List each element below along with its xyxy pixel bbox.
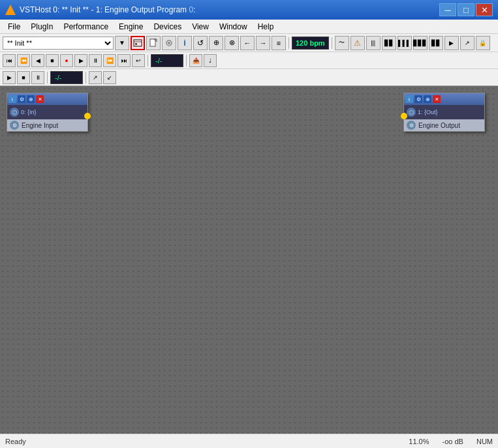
status-zoom: 11.0% <box>409 438 429 445</box>
toolbar1: ** Init ** ▼ i ↺ ⊕ ⊗ ← → ≡ 120 bpm 〜 ⚠ |… <box>0 34 498 52</box>
transport-record[interactable]: ● <box>60 54 73 67</box>
tb3-play-btn[interactable]: ▶ <box>3 71 16 84</box>
transport-ff[interactable]: ⏩ <box>103 54 116 67</box>
tb-fwd-btn[interactable]: → <box>256 36 270 50</box>
engine-input-node-body: ⬡ 0: {In} <box>7 105 87 119</box>
tb-warn-btn[interactable]: ⚠ <box>350 36 365 50</box>
transport-rewind[interactable]: ⏪ <box>17 54 30 67</box>
app-icon <box>5 5 16 15</box>
tb3-extra-btn1[interactable]: ↗ <box>89 71 102 84</box>
tb-midi-btn[interactable]: ||| <box>366 36 381 50</box>
engine-input-connect-btn[interactable]: ⊕ <box>27 95 35 103</box>
toolbar1-sep1 <box>288 37 289 49</box>
preset-dropdown-btn[interactable]: ▼ <box>115 36 129 50</box>
menu-bar: File PlugIn Performance Engine Devices V… <box>0 20 498 34</box>
toolbar3: ▶ ■ ⏸ -/- ↗ ↙ <box>0 69 498 86</box>
menu-window[interactable]: Window <box>214 21 253 33</box>
menu-help[interactable]: Help <box>253 21 279 33</box>
engine-input-settings-btn[interactable]: ⚙ <box>18 95 25 103</box>
toolbar3-sep1 <box>47 72 48 83</box>
tb-play-btn[interactable]: ▶ <box>444 36 459 50</box>
engine-input-footer-icon: ⚙ <box>10 121 19 130</box>
plugin-icon <box>133 38 142 48</box>
tb-bars-btn3[interactable]: ▊▊▊ <box>413 36 428 50</box>
tb-wave-btn[interactable]: 〜 <box>335 36 349 50</box>
toolbar2-transport: ⏮ ⏪ ◀ ■ ● ▶ ⏸ ⏩ ⏭ ↩ -/- 📤 ♩ <box>0 52 498 69</box>
tools-icon <box>164 38 174 48</box>
tb-back-btn[interactable]: ← <box>240 36 255 50</box>
tb3-time-display: -/- <box>50 71 83 84</box>
score-btn[interactable]: ♩ <box>204 54 217 67</box>
tb-list-btn[interactable]: ≡ <box>272 36 286 50</box>
engine-input-node-footer: ⚙ Engine Input <box>7 119 87 131</box>
minimize-button[interactable]: ─ <box>439 3 456 16</box>
engine-input-close-btn[interactable]: ✕ <box>36 95 44 103</box>
toolbar2-sep2 <box>186 55 187 67</box>
tb-info-btn[interactable]: i <box>178 36 192 50</box>
file-new-btn[interactable] <box>146 36 161 50</box>
status-ready-text: Ready <box>5 438 409 445</box>
tb3-pause-btn[interactable]: ⏸ <box>31 71 44 84</box>
tb-export-btn2[interactable]: 🔒 <box>476 36 490 50</box>
engine-output-node-body: ⬡ 1: {Out} <box>404 105 484 119</box>
engine-output-label: Engine Output <box>418 122 460 129</box>
menu-plugin[interactable]: PlugIn <box>25 21 58 33</box>
svg-rect-3 <box>150 39 155 46</box>
time-display: -/- <box>151 54 183 67</box>
canvas-area[interactable]: i ⚙ ⊕ ✕ ⬡ 0: {In} ⚙ Engine Input i ⚙ ⊕ ✕… <box>0 86 498 434</box>
engine-output-icon-btn[interactable]: i <box>405 95 413 103</box>
transport-loop[interactable]: ↩ <box>132 54 145 67</box>
transport-rewind-start[interactable]: ⏮ <box>3 54 16 67</box>
toolbar2-sep1 <box>148 55 148 67</box>
svg-rect-2 <box>135 43 137 45</box>
tb3-stop-btn[interactable]: ■ <box>17 71 30 84</box>
engine-input-right-connector[interactable] <box>84 113 91 119</box>
engine-output-port-label: 1: {Out} <box>418 109 438 115</box>
status-right-section: 11.0% -oo dB NUM <box>409 438 493 445</box>
status-db: -oo dB <box>443 438 463 445</box>
engine-output-left-connector[interactable] <box>401 113 407 119</box>
tb-refresh-btn[interactable]: ↺ <box>193 36 208 50</box>
engine-input-icon-btn[interactable]: i <box>8 95 16 103</box>
tb3-extra-btn2[interactable]: ↙ <box>103 71 116 84</box>
tb-tools-btn[interactable] <box>162 36 176 50</box>
menu-devices[interactable]: Devices <box>148 21 187 33</box>
new-file-icon <box>149 38 158 48</box>
menu-file[interactable]: File <box>3 21 25 33</box>
engine-input-node[interactable]: i ⚙ ⊕ ✕ ⬡ 0: {In} ⚙ Engine Input <box>7 93 88 132</box>
close-button[interactable]: ✕ <box>476 3 493 16</box>
transport-pause[interactable]: ⏸ <box>89 54 102 67</box>
menu-engine[interactable]: Engine <box>114 21 148 33</box>
transport-end[interactable]: ⏭ <box>117 54 131 67</box>
maximize-button[interactable]: □ <box>458 3 475 16</box>
transport-play[interactable]: ▶ <box>74 54 87 67</box>
tb-bars-btn2[interactable]: ▌▌▌ <box>397 36 412 50</box>
engine-output-connect-btn[interactable]: ⊕ <box>424 95 431 103</box>
engine-output-footer-icon: ⚙ <box>407 121 416 130</box>
status-bar: Ready 11.0% -oo dB NUM <box>0 434 498 448</box>
tb-bars-btn1[interactable]: ▊▊ <box>382 36 396 50</box>
title-bar-text: VSTHost 0: ** Init ** - 1: Engine Output… <box>20 5 439 14</box>
export-audio-btn[interactable]: 📤 <box>189 54 202 67</box>
tb-export-btn1[interactable]: ↗ <box>460 36 475 50</box>
toolbar3-sep2 <box>86 72 86 83</box>
tb-bars-btn4[interactable]: ▊▊ <box>429 36 443 50</box>
engine-output-close-btn[interactable]: ✕ <box>433 95 441 103</box>
engine-input-port-icon: ⬡ <box>10 108 19 117</box>
tb-conn-btn2[interactable]: ⊗ <box>225 36 239 50</box>
title-bar: VSTHost 0: ** Init ** - 1: Engine Output… <box>0 0 498 20</box>
tb-conn-btn1[interactable]: ⊕ <box>209 36 223 50</box>
engine-output-settings-btn[interactable]: ⚙ <box>414 95 422 103</box>
menu-view[interactable]: View <box>187 21 214 33</box>
svg-rect-0 <box>134 40 142 46</box>
engine-output-node[interactable]: i ⚙ ⊕ ✕ ⬡ 1: {Out} ⚙ Engine Output <box>403 93 485 132</box>
menu-performance[interactable]: Performance <box>58 21 114 33</box>
show-plugin-btn[interactable] <box>131 36 145 50</box>
transport-prev[interactable]: ◀ <box>31 54 44 67</box>
engine-input-node-header: i ⚙ ⊕ ✕ <box>7 93 87 105</box>
engine-output-port-icon: ⬡ <box>407 108 416 117</box>
transport-stop[interactable]: ■ <box>46 54 59 67</box>
toolbar1-sep2 <box>332 37 332 49</box>
preset-select[interactable]: ** Init ** <box>3 37 114 50</box>
engine-input-label: Engine Input <box>22 122 58 129</box>
